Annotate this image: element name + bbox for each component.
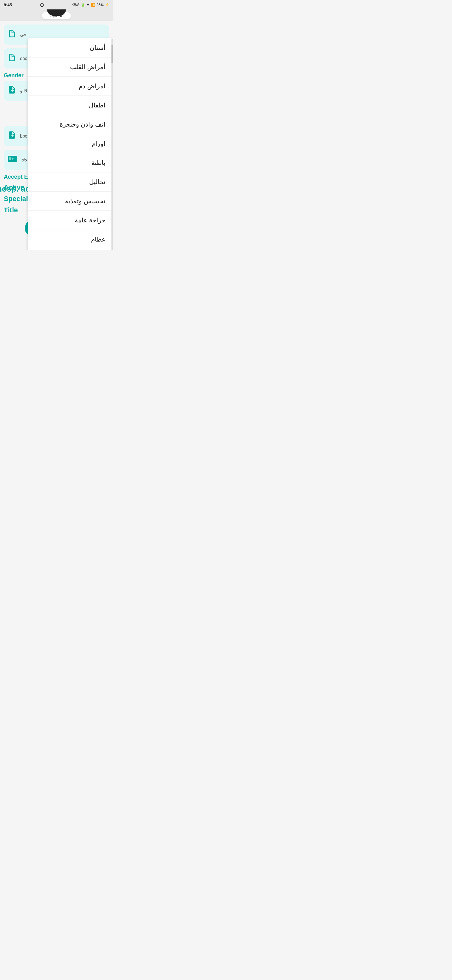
dropdown-item-2[interactable]: أمراض دم <box>28 76 113 96</box>
dropdown-item-6[interactable]: باطنة <box>28 153 113 172</box>
top-header: Upload <box>0 10 113 21</box>
charge-icon: ⚡ <box>105 3 109 7</box>
dropdown-item-3[interactable]: اطفال <box>28 96 113 115</box>
scrollbar <box>111 38 113 250</box>
dropdown-item-8[interactable]: تخسيس وتغذية <box>28 192 113 211</box>
bbc-file-text: bbc <box>20 134 27 138</box>
wifi-icon: ▼ <box>86 3 90 6</box>
battery-percent: 23% <box>97 3 103 6</box>
scrollbar-track <box>111 38 113 250</box>
dropdown-item-10[interactable]: عظام <box>28 230 113 249</box>
money-icon <box>8 154 17 165</box>
add-document-icon-1 <box>8 86 16 96</box>
svg-rect-1 <box>9 157 11 160</box>
specialty-dropdown: أسنان أمراض القلب أمراض دم اطفال انف واذ… <box>28 38 113 250</box>
gender-file-text: الاايو <box>20 88 29 93</box>
dropdown-item-0[interactable]: أسنان <box>28 38 113 57</box>
add-document-icon-2 <box>8 130 16 142</box>
battery-icon: 🔋 <box>81 3 85 7</box>
document-icon-2 <box>8 53 16 64</box>
dropdown-item-9[interactable]: جراحة عامة <box>28 211 113 230</box>
dropdown-item-5[interactable]: اورام <box>28 134 113 153</box>
dropdown-item-11[interactable]: علاج طبيعى <box>28 249 113 250</box>
status-icons: KB/S 🔋 ▼ 📶 23% ⚡ <box>71 3 109 7</box>
signal-icon: 📶 <box>91 3 95 7</box>
price-value: 55 <box>21 157 27 163</box>
kb-indicator: KB/S <box>71 3 79 6</box>
dropdown-item-1[interactable]: أمراض القلب <box>28 57 113 76</box>
file-text-1: في <box>20 32 26 37</box>
dropdown-item-7[interactable]: تحاليل <box>28 172 113 192</box>
status-time: 8:45 <box>4 3 12 7</box>
status-icon-circle: ⊙ <box>40 2 44 8</box>
dropdown-item-4[interactable]: انف واذن وحنجرة <box>28 115 113 134</box>
document-icon-1 <box>8 29 16 40</box>
svg-rect-2 <box>12 158 14 159</box>
status-bar: 8:45 ⊙ KB/S 🔋 ▼ 📶 23% ⚡ <box>0 0 113 10</box>
scrollbar-thumb <box>111 45 113 64</box>
file-text-2: doc <box>20 56 27 61</box>
